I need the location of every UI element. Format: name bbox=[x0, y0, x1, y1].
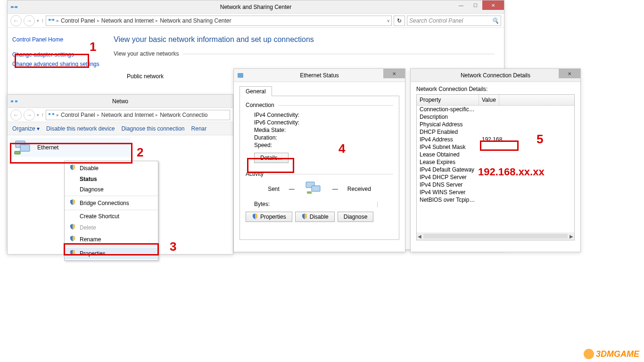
ctx-disable[interactable]: Disable bbox=[65, 162, 158, 174]
link-change-advanced-sharing[interactable]: Change advanced sharing settings bbox=[12, 61, 99, 67]
back-button[interactable]: ← bbox=[10, 109, 22, 121]
toolbar-rename[interactable]: Renar bbox=[191, 125, 207, 132]
detail-row: IPv4 DHCP Server bbox=[417, 173, 574, 181]
link-change-adapter-settings[interactable]: Change adapter settings bbox=[12, 51, 99, 58]
breadcrumb[interactable]: Network and Internet bbox=[101, 17, 154, 24]
watermark-icon bbox=[584, 349, 594, 359]
detail-row: IPv4 Default Gateway bbox=[417, 166, 574, 173]
minimize-button[interactable]: — bbox=[454, 0, 468, 10]
back-button[interactable]: ← bbox=[10, 15, 22, 26]
ctx-create-shortcut[interactable]: Create Shortcut bbox=[65, 211, 158, 222]
nav-row: ← → ▾ ↑ ▸ Control Panel▸ Network and Int… bbox=[8, 14, 504, 28]
svg-rect-11 bbox=[20, 145, 30, 151]
detail-row: NetBIOS over Tcpip En... bbox=[417, 196, 574, 204]
detail-row: DHCP Enabled bbox=[417, 128, 574, 136]
network-icon bbox=[48, 16, 55, 25]
disable-button[interactable]: Disable bbox=[295, 212, 335, 222]
svg-rect-4 bbox=[52, 19, 54, 21]
details-button[interactable]: Details... bbox=[254, 153, 289, 163]
detail-row: Lease Obtained bbox=[417, 151, 574, 158]
search-input[interactable]: Search Control Panel 🔍 bbox=[407, 16, 501, 26]
horizontal-scrollbar[interactable]: ◀▶ bbox=[417, 232, 574, 240]
context-menu: DisableStatusDiagnoseBridge ConnectionsC… bbox=[64, 161, 158, 261]
ctx-properties[interactable]: Properties bbox=[65, 247, 158, 259]
svg-rect-13 bbox=[238, 73, 243, 78]
search-icon: 🔍 bbox=[492, 17, 499, 24]
toolbar-disable[interactable]: Disable this network device bbox=[46, 125, 115, 132]
nav-row: ← → ▾ ↑ ▸ Control Panel▸ Network and Int… bbox=[8, 108, 233, 122]
svg-rect-16 bbox=[307, 191, 312, 194]
watermark: 3DMGAME bbox=[584, 349, 639, 359]
active-networks-label: View your active networks bbox=[114, 50, 495, 57]
detail-row: IPv4 Address192.168. bbox=[417, 136, 574, 143]
ethernet-adapter-tile[interactable]: Ethernet bbox=[10, 138, 131, 157]
detail-row: Lease Expires bbox=[417, 158, 574, 166]
window-title: Netwo bbox=[112, 98, 128, 105]
breadcrumb[interactable]: Control Panel bbox=[61, 17, 95, 24]
forward-button[interactable]: → bbox=[24, 109, 35, 121]
shield-icon bbox=[252, 213, 258, 221]
maximize-button[interactable]: ☐ bbox=[468, 0, 482, 10]
detail-row: IPv4 DNS Server bbox=[417, 181, 574, 189]
titlebar: Netwo bbox=[8, 95, 233, 108]
details-table: Property Value Connection-specific DN...… bbox=[416, 94, 575, 240]
properties-button[interactable]: Properties bbox=[246, 212, 292, 222]
ethernet-icon bbox=[237, 72, 244, 79]
svg-rect-6 bbox=[11, 100, 13, 102]
page-heading: View your basic network information and … bbox=[114, 35, 495, 44]
link-control-panel-home[interactable]: Control Panel Home bbox=[12, 36, 99, 43]
window-ethernet-status: Ethernet Status ✕ General Connection IPv… bbox=[233, 68, 405, 252]
breadcrumb[interactable]: Network and Sharing Center bbox=[160, 17, 231, 24]
toolbar-diagnose[interactable]: Diagnose this connection bbox=[121, 125, 184, 132]
shield-icon bbox=[69, 223, 76, 231]
forward-button[interactable]: → bbox=[24, 15, 35, 26]
col-property[interactable]: Property bbox=[417, 95, 479, 105]
up-button[interactable]: ↑ bbox=[41, 17, 44, 24]
detail-row: Connection-specific DN... bbox=[417, 106, 574, 113]
shield-icon bbox=[69, 164, 76, 172]
close-button[interactable]: ✕ bbox=[559, 69, 580, 78]
close-button[interactable]: ✕ bbox=[383, 69, 405, 78]
detail-row: Physical Address bbox=[417, 121, 574, 128]
toolbar: Organize ▾ Disable this network device D… bbox=[8, 122, 233, 135]
up-button[interactable]: ↑ bbox=[41, 112, 44, 118]
shield-icon bbox=[69, 235, 76, 243]
dropdown-icon[interactable]: ▾ bbox=[37, 18, 39, 23]
svg-rect-15 bbox=[312, 186, 320, 191]
detail-row: Description bbox=[417, 113, 574, 121]
ctx-rename[interactable]: Rename bbox=[65, 233, 158, 245]
titlebar: Network Connection Details ✕ bbox=[411, 69, 580, 82]
svg-rect-1 bbox=[15, 6, 17, 8]
ctx-delete: Delete bbox=[65, 222, 158, 233]
ctx-diagnose[interactable]: Diagnose bbox=[65, 184, 158, 195]
tab-general[interactable]: General bbox=[239, 86, 272, 96]
svg-rect-0 bbox=[11, 6, 13, 8]
col-value[interactable]: Value bbox=[479, 95, 499, 105]
svg-rect-9 bbox=[52, 113, 54, 115]
shield-icon bbox=[69, 249, 76, 257]
ethernet-icon bbox=[14, 140, 33, 155]
ctx-status[interactable]: Status bbox=[65, 174, 158, 184]
svg-rect-7 bbox=[15, 100, 17, 102]
computers-icon bbox=[304, 181, 323, 197]
diagnose-button[interactable]: Diagnose bbox=[338, 212, 374, 222]
network-icon bbox=[10, 3, 18, 11]
activity-graphic: Sent — — Received bbox=[246, 181, 393, 197]
svg-rect-8 bbox=[49, 113, 50, 115]
window-network-connections: Netwo ← → ▾ ↑ ▸ Control Panel▸ Network a… bbox=[7, 94, 233, 255]
detail-row: IPv4 WINS Server bbox=[417, 189, 574, 196]
titlebar: Network and Sharing Center — ☐ ✕ bbox=[8, 0, 504, 14]
network-icon bbox=[10, 98, 18, 105]
address-bar[interactable]: ▸ Control Panel▸ Network and Internet▸ N… bbox=[46, 110, 230, 120]
window-title: Ethernet Status bbox=[300, 72, 339, 79]
shield-icon bbox=[69, 199, 76, 207]
adapter-name: Ethernet bbox=[37, 144, 58, 151]
close-button[interactable]: ✕ bbox=[482, 0, 504, 10]
address-bar[interactable]: ▸ Control Panel▸ Network and Internet▸ N… bbox=[46, 16, 392, 26]
refresh-button[interactable]: ↻ bbox=[394, 16, 405, 26]
ctx-bridge-connections[interactable]: Bridge Connections bbox=[65, 197, 158, 209]
tab-body: Connection IPv4 Connectivity: IPv6 Conne… bbox=[239, 96, 399, 240]
organize-menu[interactable]: Organize ▾ bbox=[12, 125, 40, 132]
window-connection-details: Network Connection Details ✕ Network Con… bbox=[410, 68, 581, 252]
shield-icon bbox=[301, 213, 308, 221]
